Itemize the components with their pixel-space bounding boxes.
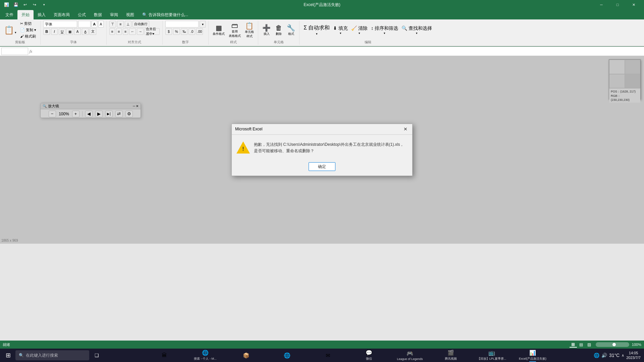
layout-view-button[interactable]: ▤: [578, 342, 585, 348]
cell-styles-button[interactable]: 📋 单元格 样式: [244, 21, 255, 39]
tab-data[interactable]: 数据: [90, 10, 106, 19]
delete-cells-button[interactable]: 🗑 删除: [273, 23, 284, 37]
wrap-text-button[interactable]: 自动换行: [132, 21, 149, 27]
tab-insert[interactable]: 插入: [34, 10, 50, 19]
format-painter-button[interactable]: 🖌 格式刷: [19, 34, 38, 39]
taskbar-app-store[interactable]: 📦: [226, 349, 266, 362]
wechat-label: 微信: [366, 357, 372, 361]
name-box[interactable]: [1, 48, 28, 55]
clock-date: 2023/7/7: [626, 355, 641, 360]
search-bar[interactable]: 🔍 在此键入进行搜索: [15, 350, 89, 360]
increase-font-button[interactable]: A: [92, 21, 97, 27]
fill-button[interactable]: ⬇ 填充 ▾: [332, 25, 349, 36]
decrease-decimal-button[interactable]: .00: [196, 28, 203, 35]
start-button[interactable]: ⊞: [1, 349, 15, 362]
tray-arrow[interactable]: ∧: [622, 353, 624, 358]
dialog-close-button[interactable]: ✕: [402, 126, 409, 132]
maximize-button[interactable]: □: [610, 0, 625, 9]
formula-input[interactable]: [34, 48, 643, 55]
close-button[interactable]: ✕: [626, 0, 641, 9]
taskbar-app-browser[interactable]: 🌐: [267, 349, 307, 362]
network-icon[interactable]: 🌐: [594, 353, 599, 358]
align-middle-button[interactable]: ≡: [117, 21, 124, 27]
align-right-button[interactable]: ≡: [123, 28, 128, 35]
comma-style-button[interactable]: %: [173, 28, 180, 35]
underline-button[interactable]: U: [59, 28, 65, 35]
status-text: 就绪: [3, 342, 10, 347]
font-size-select[interactable]: [78, 21, 91, 27]
volume-icon[interactable]: 🔊: [601, 353, 607, 358]
dialog-overlay: Microsoft Excel ✕ ! 抱歉，无法找到 C:\Users\Adm…: [0, 56, 644, 244]
taskbar-app-mail[interactable]: ✉: [308, 349, 348, 362]
fill-color-button[interactable]: A: [74, 28, 81, 35]
number-format-dropdown[interactable]: ▾: [200, 21, 206, 27]
format-cells-button[interactable]: 🔧 格式: [285, 23, 297, 37]
merge-center-button[interactable]: 合并后居中▾: [145, 28, 160, 35]
accounting-button[interactable]: ‰: [181, 28, 187, 35]
percent-style-button[interactable]: $: [165, 28, 172, 35]
border-button[interactable]: ▦: [66, 28, 73, 35]
tab-page-layout[interactable]: 页面布局: [50, 10, 74, 19]
find-select-button[interactable]: 🔍 查找和选择 ▾: [400, 25, 433, 36]
conditional-format-button[interactable]: ▦ 条件格式: [211, 23, 226, 37]
align-bottom-button[interactable]: ⊥: [125, 21, 131, 27]
align-top-button[interactable]: ⊤: [109, 21, 116, 27]
autosum-button[interactable]: Σ 自动求和 ▾: [302, 24, 331, 36]
zoom-thumb[interactable]: [612, 343, 616, 346]
clear-button[interactable]: 🧹 清除 ▾: [350, 25, 369, 36]
bold-button[interactable]: B: [43, 28, 50, 35]
taskbar-app-lpl[interactable]: 📺 【回放】LPL夏季赛...: [472, 349, 512, 362]
increase-decimal-button[interactable]: .0: [189, 28, 195, 35]
task-view-button[interactable]: ❑: [90, 349, 103, 362]
taskbar-app-lol[interactable]: 🎮 League of Legends: [390, 349, 430, 362]
taskbar-app-edge[interactable]: 🌐 搜索 - 个人 - M...: [185, 349, 225, 362]
undo-button[interactable]: ↩: [21, 1, 29, 8]
insert-cells-button[interactable]: ➕ 插入: [261, 23, 272, 37]
copy-button[interactable]: 📄 复制 ▾: [19, 27, 38, 33]
taskbar-app-building[interactable]: 🏛: [144, 349, 184, 362]
spreadsheet-area: 1865 x 969 🔍 放大镜 ─ ✕ − 100% + ◀ ▶ ▶| ⇄ ⚙: [0, 56, 644, 244]
save-button[interactable]: 💾: [12, 1, 19, 8]
tab-home[interactable]: 开始: [17, 10, 34, 19]
decrease-indent-button[interactable]: ←: [129, 28, 136, 35]
number-format-row: ▾: [165, 21, 206, 27]
building-icon: 🏛: [162, 352, 167, 358]
number-format-select[interactable]: [165, 21, 199, 27]
italic-button[interactable]: I: [51, 28, 58, 35]
align-left-button[interactable]: ≡: [109, 28, 115, 35]
tab-search[interactable]: 🔍告诉我你想要做什么...: [138, 10, 192, 19]
sort-filter-button[interactable]: ↕ 排序和筛选 ▾: [370, 25, 399, 36]
phonetic-button[interactable]: 文: [90, 28, 96, 35]
number-btn-row: $ % ‰ .0 .00: [165, 28, 206, 35]
wechat-icon: 💬: [366, 350, 372, 356]
font-family-select[interactable]: 字体: [43, 21, 77, 27]
taskbar-app-tencent-video[interactable]: 🎬 腾讯视频: [431, 349, 471, 362]
system-clock[interactable]: 14:05 2023/7/7: [626, 351, 641, 360]
decrease-font-button[interactable]: A: [98, 21, 104, 27]
taskbar-app-excel[interactable]: 📊 Excel(产品激活失败): [513, 349, 553, 362]
tab-view[interactable]: 视图: [122, 10, 138, 19]
cut-button[interactable]: ✂ 剪切: [19, 21, 38, 26]
zoom-slider[interactable]: [596, 342, 629, 347]
clipboard-label: 剪贴板: [15, 40, 25, 45]
status-right: ▦ ▤ ▨ 100%: [570, 342, 641, 348]
increase-indent-button[interactable]: →: [137, 28, 144, 35]
lol-icon: 🎮: [407, 350, 413, 357]
align-center-button[interactable]: ≡: [116, 28, 122, 35]
formula-bar: 𝑓𝑥: [0, 47, 644, 56]
tab-review[interactable]: 审阅: [106, 10, 122, 19]
align-row1: ⊤ ≡ ⊥ 自动换行: [109, 21, 160, 27]
taskbar-app-wechat[interactable]: 💬 微信: [349, 349, 389, 362]
tab-formulas[interactable]: 公式: [74, 10, 90, 19]
paste-button[interactable]: 📋 ▾: [3, 25, 18, 36]
quick-access-dropdown[interactable]: ▾: [40, 1, 48, 8]
redo-button[interactable]: ↪: [31, 1, 38, 8]
minimize-button[interactable]: ─: [594, 0, 609, 9]
dialog-ok-button[interactable]: 确定: [309, 162, 335, 171]
font-color-button[interactable]: A̲: [82, 28, 89, 35]
break-view-button[interactable]: ▨: [586, 342, 593, 348]
tab-file[interactable]: 文件: [1, 10, 17, 19]
lol-label: League of Legends: [397, 357, 423, 361]
format-as-table-button[interactable]: 🗃 套用 表格格式: [227, 21, 242, 39]
normal-view-button[interactable]: ▦: [570, 342, 577, 348]
